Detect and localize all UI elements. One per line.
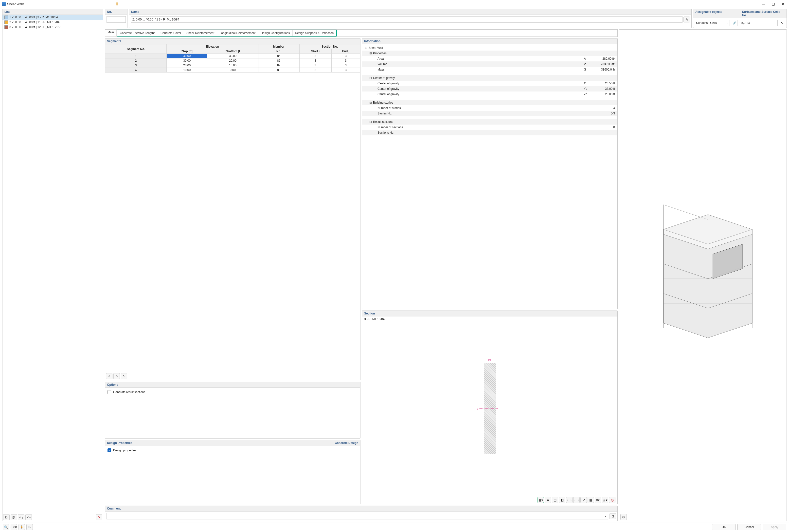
assignable-header: Assignable objects <box>693 9 740 18</box>
list-icon[interactable]: ≡▾ <box>595 497 601 503</box>
new-icon[interactable]: 🗋 <box>3 514 9 520</box>
check-filter-icon[interactable]: ✓≡ <box>25 514 32 520</box>
no-input[interactable] <box>107 16 126 23</box>
color-swatch <box>4 25 8 29</box>
collapse-icon[interactable]: ⊟ <box>365 46 368 50</box>
tab-design-configurations[interactable]: Design Configurations <box>258 30 292 36</box>
name-header: Name <box>129 9 691 15</box>
color-swatch <box>4 16 8 19</box>
view-settings-icon[interactable]: ⚙ <box>620 514 627 520</box>
comment-header: Comment <box>105 506 617 512</box>
list-item-label: 3 Z: 0.00 ... 40.00 ft | 12 - R_M1 10/15… <box>9 25 61 29</box>
arrow-down-icon: ⬇ <box>115 1 119 7</box>
maximize-button[interactable]: ▢ <box>770 1 776 7</box>
no-header: No. <box>105 9 127 15</box>
units-icon[interactable]: 0,00 <box>11 524 17 530</box>
cancel-button[interactable]: Cancel <box>737 524 761 530</box>
assignable-select[interactable]: Surfaces / Cells ▾ <box>695 20 730 26</box>
script-fx-icon[interactable]: fₓ <box>26 524 33 530</box>
table-row[interactable]: 2 30.00 20.00 86 3 3 <box>105 58 360 63</box>
view-tool3-icon[interactable]: ◧ <box>559 497 565 503</box>
print-icon[interactable]: 🖨▾ <box>602 497 608 503</box>
list-item-label: 2 Z: 0.00 ... 40.00 ft | 11 - R_M1 10/84 <box>9 20 59 24</box>
dim-both-icon[interactable]: ⤢ <box>580 497 587 503</box>
table-row[interactable]: 4 10.00 0.00 88 3 3 <box>105 68 360 73</box>
collapse-icon[interactable]: ⊟ <box>369 76 372 80</box>
col-end: End j <box>331 49 360 54</box>
pick-surfaces-icon[interactable]: ↖ <box>778 20 785 26</box>
tab-design-supports-deflection[interactable]: Design Supports & Deflection <box>293 30 336 36</box>
generate-result-sections-checkbox[interactable]: Generate result sections <box>108 390 358 394</box>
segments-table[interactable]: Segment No. Elevation Member Section No.… <box>105 44 360 73</box>
assignable-selected-label: Surfaces / Cells <box>696 21 717 25</box>
dim-v-icon[interactable]: ⟷ <box>573 497 580 503</box>
color-swatch <box>4 20 8 24</box>
3d-view[interactable] <box>619 30 787 513</box>
shear-wall-list[interactable]: 1 Z: 0.00 ... 40.00 ft | 3 - R_M1 10/84 … <box>2 15 103 513</box>
check-sort-icon[interactable]: ✓↕ <box>18 514 24 520</box>
minimize-button[interactable]: — <box>761 1 766 7</box>
grid-icon[interactable]: ▦ <box>588 497 594 503</box>
copy-icon[interactable]: 🗐 <box>11 514 17 520</box>
ok-button[interactable]: OK <box>712 524 735 530</box>
section-name: 3 - R_M1 10/84 <box>364 318 615 321</box>
tab-concrete-cover[interactable]: Concrete Cover <box>158 30 184 36</box>
tab-concrete-effective-lengths[interactable]: Concrete Effective Lengths <box>117 30 158 36</box>
col-member-no: No. <box>258 49 299 54</box>
view-tool-icon[interactable]: 🖶 <box>545 497 551 503</box>
checkbox-label: Generate result sections <box>113 391 145 394</box>
tab-longitudinal-reinforcement[interactable]: Longitudinal Reinforcement <box>217 30 258 36</box>
col-segment-no: Segment No. <box>105 44 167 54</box>
checkbox-label: Design properties <box>113 449 136 452</box>
list-item[interactable]: 2 Z: 0.00 ... 40.00 ft | 11 - R_M1 10/84 <box>2 20 103 25</box>
section-drawing: z+ y <box>364 321 615 496</box>
concrete-design-label: Concrete Design <box>335 441 358 445</box>
script-a-icon[interactable]: 🧍 <box>19 524 25 530</box>
col-zbot: Zbottom [f <box>207 49 258 54</box>
collapse-icon[interactable]: ⊟ <box>369 120 372 124</box>
close-button[interactable]: ✕ <box>781 1 786 7</box>
list-item-label: 1 Z: 0.00 ... 40.00 ft | 3 - R_M1 10/84 <box>9 16 58 19</box>
section-header: Section <box>362 311 617 317</box>
collapse-icon[interactable]: ⊟ <box>369 101 372 104</box>
surfaces-input[interactable] <box>737 20 778 26</box>
segment-tool-2-icon[interactable]: ⤡ <box>113 373 120 379</box>
segment-tool-3-icon[interactable]: ⇆ <box>121 373 127 379</box>
app-icon <box>2 2 6 6</box>
table-row[interactable]: 1 40.00 30.00 85 3 3 <box>105 54 360 58</box>
chevron-down-icon: ▾ <box>605 515 606 518</box>
comment-edit-icon[interactable]: 🗒 <box>610 513 616 519</box>
col-elevation: Elevation <box>167 44 258 49</box>
name-input[interactable] <box>131 16 682 23</box>
col-ztop: Ztop [ft] <box>167 49 207 54</box>
tab-main[interactable]: Main <box>105 30 117 37</box>
surfaces-header: Surfaces and Surface Cells No. <box>740 9 787 18</box>
zoom-icon[interactable]: 🔍 <box>3 524 9 530</box>
segments-header: Segments <box>105 38 360 44</box>
list-item[interactable]: 3 Z: 0.00 ... 40.00 ft | 12 - R_M1 10/15… <box>2 25 103 30</box>
col-section-no: Section No. <box>299 44 360 49</box>
y-axis-label: y <box>477 407 478 410</box>
comment-input[interactable]: ▾ <box>107 513 608 519</box>
edit-name-icon[interactable]: ✎ <box>684 17 690 22</box>
chevron-down-icon: ▾ <box>727 22 729 24</box>
target-icon[interactable]: ◎ <box>609 497 615 503</box>
list-header: List <box>2 9 103 15</box>
col-start: Start i <box>299 49 331 54</box>
dim-h-icon[interactable]: ⟷ <box>566 497 573 503</box>
table-row[interactable]: 3 20.00 10.00 87 3 3 <box>105 63 360 68</box>
delete-icon[interactable]: ✕ <box>96 514 102 520</box>
apply-button[interactable]: Apply <box>763 524 786 530</box>
z-axis-label: z+ <box>488 358 492 361</box>
window-title: Shear Walls <box>7 2 761 6</box>
segment-tool-1-icon[interactable]: ⤢ <box>106 373 112 379</box>
options-header: Options <box>105 382 360 388</box>
design-props-header: Design Properties <box>107 441 132 445</box>
design-properties-checkbox[interactable]: ✓ Design properties <box>108 449 358 452</box>
view-color-icon[interactable]: ▦▾ <box>538 497 544 503</box>
list-item[interactable]: 1 Z: 0.00 ... 40.00 ft | 3 - R_M1 10/84 <box>2 15 103 20</box>
collapse-icon[interactable]: ⊟ <box>369 52 372 55</box>
col-member: Member <box>258 44 299 49</box>
view-tool2-icon[interactable]: ◫ <box>552 497 558 503</box>
tab-shear-reinforcement[interactable]: Shear Reinforcement <box>184 30 217 36</box>
